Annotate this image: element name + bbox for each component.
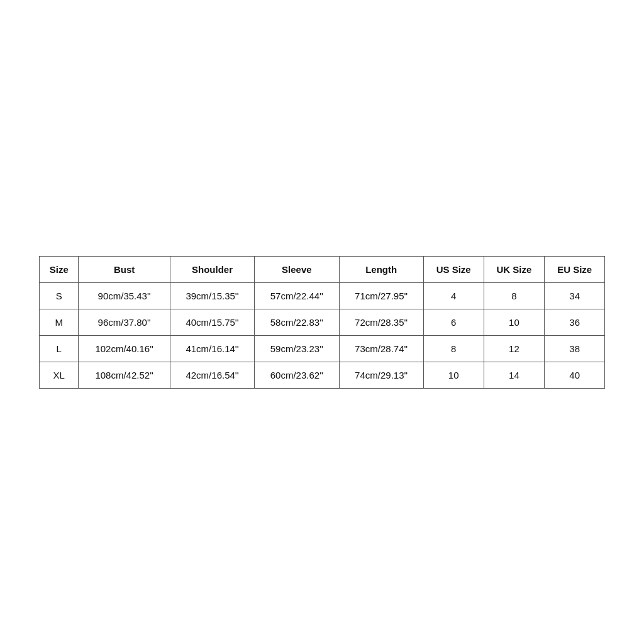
header-eu-size: EU Size bbox=[545, 256, 605, 282]
header-us-size: US Size bbox=[423, 256, 484, 282]
cell-bust: 90cm/35.43'' bbox=[79, 282, 170, 309]
table-row: S90cm/35.43''39cm/15.35''57cm/22.44''71c… bbox=[40, 282, 605, 309]
table-row: L102cm/40.16''41cm/16.14''59cm/23.23''73… bbox=[40, 335, 605, 362]
header-uk-size: UK Size bbox=[484, 256, 545, 282]
cell-us_size: 4 bbox=[423, 282, 484, 309]
cell-sleeve: 60cm/23.62'' bbox=[255, 362, 339, 388]
cell-us_size: 6 bbox=[423, 309, 484, 335]
size-chart-container: Size Bust Shoulder Sleeve Length US Size… bbox=[39, 256, 605, 389]
cell-uk_size: 14 bbox=[484, 362, 545, 388]
cell-shoulder: 40cm/15.75'' bbox=[170, 309, 254, 335]
cell-size: S bbox=[40, 282, 79, 309]
header-bust: Bust bbox=[79, 256, 170, 282]
cell-length: 74cm/29.13'' bbox=[339, 362, 423, 388]
cell-eu_size: 38 bbox=[545, 335, 605, 362]
table-row: XL108cm/42.52''42cm/16.54''60cm/23.62''7… bbox=[40, 362, 605, 388]
cell-sleeve: 59cm/23.23'' bbox=[255, 335, 339, 362]
cell-length: 71cm/27.95'' bbox=[339, 282, 423, 309]
table-header-row: Size Bust Shoulder Sleeve Length US Size… bbox=[40, 256, 605, 282]
header-sleeve: Sleeve bbox=[255, 256, 339, 282]
cell-shoulder: 39cm/15.35'' bbox=[170, 282, 254, 309]
cell-us_size: 8 bbox=[423, 335, 484, 362]
size-chart-table: Size Bust Shoulder Sleeve Length US Size… bbox=[39, 256, 605, 389]
table-row: M96cm/37.80''40cm/15.75''58cm/22.83''72c… bbox=[40, 309, 605, 335]
cell-eu_size: 34 bbox=[545, 282, 605, 309]
cell-sleeve: 57cm/22.44'' bbox=[255, 282, 339, 309]
cell-sleeve: 58cm/22.83'' bbox=[255, 309, 339, 335]
cell-bust: 96cm/37.80'' bbox=[79, 309, 170, 335]
cell-bust: 102cm/40.16'' bbox=[79, 335, 170, 362]
cell-us_size: 10 bbox=[423, 362, 484, 388]
cell-size: XL bbox=[40, 362, 79, 388]
cell-shoulder: 41cm/16.14'' bbox=[170, 335, 254, 362]
cell-size: L bbox=[40, 335, 79, 362]
header-length: Length bbox=[339, 256, 423, 282]
cell-uk_size: 8 bbox=[484, 282, 545, 309]
cell-length: 72cm/28.35'' bbox=[339, 309, 423, 335]
header-size: Size bbox=[40, 256, 79, 282]
cell-eu_size: 36 bbox=[545, 309, 605, 335]
cell-size: M bbox=[40, 309, 79, 335]
header-shoulder: Shoulder bbox=[170, 256, 254, 282]
cell-shoulder: 42cm/16.54'' bbox=[170, 362, 254, 388]
cell-uk_size: 12 bbox=[484, 335, 545, 362]
cell-bust: 108cm/42.52'' bbox=[79, 362, 170, 388]
cell-uk_size: 10 bbox=[484, 309, 545, 335]
cell-length: 73cm/28.74'' bbox=[339, 335, 423, 362]
cell-eu_size: 40 bbox=[545, 362, 605, 388]
